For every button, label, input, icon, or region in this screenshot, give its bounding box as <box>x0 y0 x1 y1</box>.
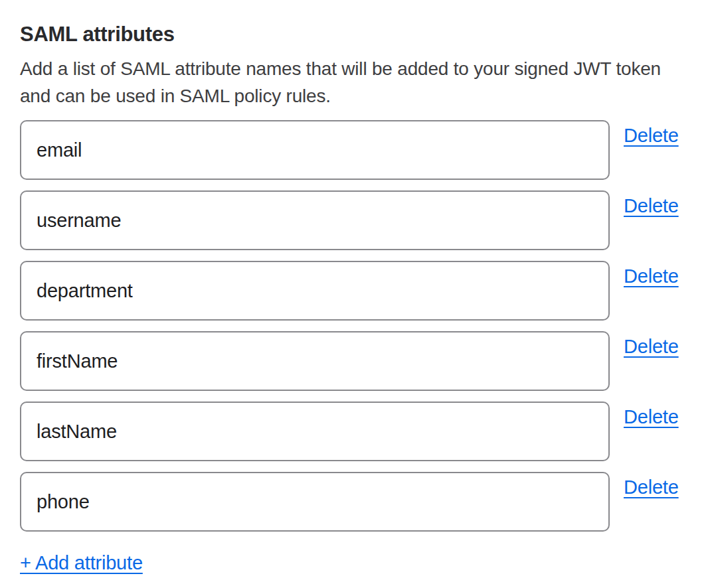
attribute-input[interactable] <box>20 120 610 180</box>
page-title: SAML attributes <box>20 22 688 46</box>
add-attribute-link[interactable]: + Add attribute <box>20 552 143 574</box>
attribute-input[interactable] <box>20 402 610 461</box>
attribute-row: Delete <box>20 402 688 461</box>
delete-link[interactable]: Delete <box>624 406 679 428</box>
attribute-row: Delete <box>20 120 688 180</box>
page-description: Add a list of SAML attribute names that … <box>20 55 688 110</box>
attribute-input[interactable] <box>20 261 610 321</box>
delete-link[interactable]: Delete <box>624 336 679 358</box>
attribute-list: Delete Delete Delete Delete Delete Delet… <box>20 120 688 532</box>
attribute-row: Delete <box>20 472 688 532</box>
attribute-input[interactable] <box>20 190 610 250</box>
attribute-input[interactable] <box>20 331 610 391</box>
delete-link[interactable]: Delete <box>624 477 679 498</box>
saml-attributes-section: SAML attributes Add a list of SAML attri… <box>0 0 708 574</box>
attribute-row: Delete <box>20 261 688 321</box>
delete-link[interactable]: Delete <box>624 125 679 147</box>
attribute-row: Delete <box>20 190 688 250</box>
attribute-input[interactable] <box>20 472 610 532</box>
delete-link[interactable]: Delete <box>624 195 679 217</box>
attribute-row: Delete <box>20 331 688 391</box>
page-description-line-2: and can be used in SAML policy rules. <box>20 82 688 110</box>
page-description-line-1: Add a list of SAML attribute names that … <box>20 55 688 82</box>
delete-link[interactable]: Delete <box>624 265 679 287</box>
